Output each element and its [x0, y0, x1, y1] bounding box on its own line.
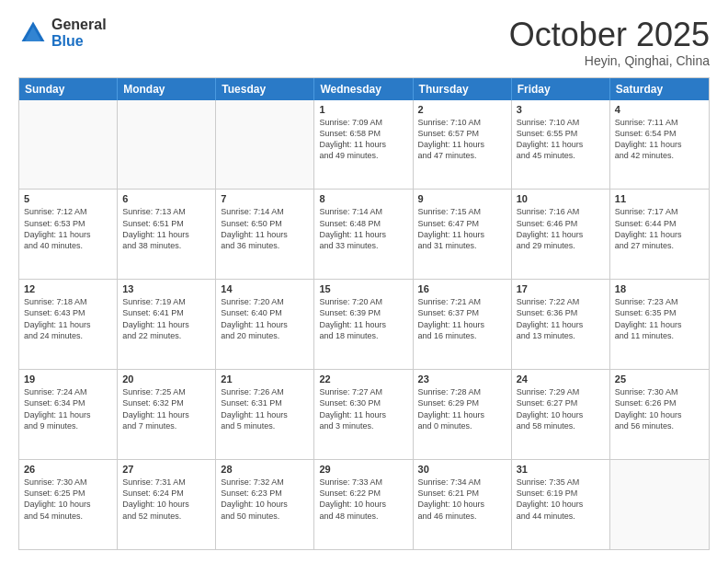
day-number: 13 [122, 283, 210, 294]
day-number: 24 [517, 373, 605, 385]
calendar-row-0: 1Sunrise: 7:09 AM Sunset: 6:58 PM Daylig… [19, 100, 709, 190]
day-number: 9 [418, 193, 506, 204]
day-number: 18 [615, 283, 704, 294]
day-cell-28: 28Sunrise: 7:32 AM Sunset: 6:23 PM Dayli… [216, 460, 314, 549]
day-cell-1: 1Sunrise: 7:09 AM Sunset: 6:58 PM Daylig… [314, 100, 413, 190]
day-info: Sunrise: 7:24 AM Sunset: 6:34 PM Dayligh… [24, 386, 112, 431]
day-number: 22 [319, 373, 407, 385]
logo-general: General [51, 17, 107, 33]
day-info: Sunrise: 7:26 AM Sunset: 6:31 PM Dayligh… [221, 386, 309, 431]
day-cell-14: 14Sunrise: 7:20 AM Sunset: 6:40 PM Dayli… [216, 280, 314, 369]
day-info: Sunrise: 7:28 AM Sunset: 6:29 PM Dayligh… [418, 386, 506, 431]
day-number: 6 [122, 193, 210, 204]
logo: General Blue [18, 17, 107, 49]
day-number: 3 [517, 104, 605, 115]
day-cell-2: 2Sunrise: 7:10 AM Sunset: 6:57 PM Daylig… [414, 100, 512, 190]
day-cell-5: 5Sunrise: 7:12 AM Sunset: 6:53 PM Daylig… [19, 190, 118, 279]
calendar-row-1: 5Sunrise: 7:12 AM Sunset: 6:53 PM Daylig… [19, 189, 709, 279]
day-info: Sunrise: 7:23 AM Sunset: 6:35 PM Dayligh… [615, 296, 704, 341]
day-info: Sunrise: 7:11 AM Sunset: 6:54 PM Dayligh… [615, 117, 704, 162]
subtitle: Heyin, Qinghai, China [509, 53, 710, 68]
day-cell-8: 8Sunrise: 7:14 AM Sunset: 6:48 PM Daylig… [314, 190, 413, 279]
day-number: 4 [615, 104, 704, 115]
day-info: Sunrise: 7:10 AM Sunset: 6:55 PM Dayligh… [517, 117, 605, 162]
header-cell-monday: Monday [118, 78, 216, 100]
day-info: Sunrise: 7:30 AM Sunset: 6:26 PM Dayligh… [615, 386, 704, 431]
day-cell-15: 15Sunrise: 7:20 AM Sunset: 6:39 PM Dayli… [314, 280, 413, 369]
day-info: Sunrise: 7:14 AM Sunset: 6:48 PM Dayligh… [319, 206, 407, 251]
day-number: 7 [221, 193, 309, 204]
header: General Blue October 2025 Heyin, Qinghai… [18, 17, 710, 68]
title-block: October 2025 Heyin, Qinghai, China [509, 17, 710, 68]
day-info: Sunrise: 7:30 AM Sunset: 6:25 PM Dayligh… [24, 477, 112, 522]
day-info: Sunrise: 7:31 AM Sunset: 6:24 PM Dayligh… [122, 477, 210, 522]
day-info: Sunrise: 7:15 AM Sunset: 6:47 PM Dayligh… [418, 206, 506, 251]
day-cell-7: 7Sunrise: 7:14 AM Sunset: 6:50 PM Daylig… [216, 190, 314, 279]
empty-cell-4-6 [610, 460, 709, 549]
day-number: 19 [24, 373, 112, 385]
day-info: Sunrise: 7:14 AM Sunset: 6:50 PM Dayligh… [221, 206, 309, 251]
day-cell-13: 13Sunrise: 7:19 AM Sunset: 6:41 PM Dayli… [118, 280, 216, 369]
day-number: 21 [221, 373, 309, 385]
day-cell-22: 22Sunrise: 7:27 AM Sunset: 6:30 PM Dayli… [314, 370, 413, 459]
day-number: 16 [418, 283, 506, 294]
day-number: 26 [24, 464, 112, 475]
header-cell-wednesday: Wednesday [314, 78, 413, 100]
day-info: Sunrise: 7:32 AM Sunset: 6:23 PM Dayligh… [221, 477, 309, 522]
calendar-body: 1Sunrise: 7:09 AM Sunset: 6:58 PM Daylig… [19, 100, 709, 549]
day-info: Sunrise: 7:18 AM Sunset: 6:43 PM Dayligh… [24, 296, 112, 341]
day-number: 20 [122, 373, 210, 385]
day-number: 5 [24, 193, 112, 204]
day-number: 28 [221, 464, 309, 475]
day-info: Sunrise: 7:33 AM Sunset: 6:22 PM Dayligh… [319, 477, 407, 522]
logo-text: General Blue [51, 17, 107, 49]
logo-blue: Blue [51, 33, 107, 50]
day-info: Sunrise: 7:17 AM Sunset: 6:44 PM Dayligh… [615, 206, 704, 251]
day-cell-11: 11Sunrise: 7:17 AM Sunset: 6:44 PM Dayli… [610, 190, 709, 279]
day-number: 31 [517, 464, 605, 475]
day-number: 10 [517, 193, 605, 204]
calendar-row-2: 12Sunrise: 7:18 AM Sunset: 6:43 PM Dayli… [19, 279, 709, 369]
header-cell-sunday: Sunday [19, 78, 118, 100]
calendar: SundayMondayTuesdayWednesdayThursdayFrid… [18, 77, 710, 550]
day-number: 8 [319, 193, 407, 204]
calendar-row-4: 26Sunrise: 7:30 AM Sunset: 6:25 PM Dayli… [19, 459, 709, 549]
day-info: Sunrise: 7:35 AM Sunset: 6:19 PM Dayligh… [517, 477, 605, 522]
day-cell-18: 18Sunrise: 7:23 AM Sunset: 6:35 PM Dayli… [610, 280, 709, 369]
day-info: Sunrise: 7:10 AM Sunset: 6:57 PM Dayligh… [418, 117, 506, 162]
day-cell-19: 19Sunrise: 7:24 AM Sunset: 6:34 PM Dayli… [19, 370, 118, 459]
day-info: Sunrise: 7:20 AM Sunset: 6:40 PM Dayligh… [221, 296, 309, 341]
day-cell-4: 4Sunrise: 7:11 AM Sunset: 6:54 PM Daylig… [610, 100, 709, 190]
header-cell-thursday: Thursday [414, 78, 512, 100]
day-info: Sunrise: 7:25 AM Sunset: 6:32 PM Dayligh… [122, 386, 210, 431]
day-info: Sunrise: 7:09 AM Sunset: 6:58 PM Dayligh… [319, 117, 407, 162]
day-number: 14 [221, 283, 309, 294]
day-cell-30: 30Sunrise: 7:34 AM Sunset: 6:21 PM Dayli… [414, 460, 512, 549]
logo-icon [18, 18, 48, 48]
page: General Blue October 2025 Heyin, Qinghai… [0, 0, 728, 563]
day-info: Sunrise: 7:19 AM Sunset: 6:41 PM Dayligh… [122, 296, 210, 341]
day-number: 29 [319, 464, 407, 475]
day-number: 30 [418, 464, 506, 475]
calendar-row-3: 19Sunrise: 7:24 AM Sunset: 6:34 PM Dayli… [19, 369, 709, 459]
empty-cell-0-0 [19, 100, 118, 190]
day-number: 11 [615, 193, 704, 204]
day-number: 25 [615, 373, 704, 385]
day-info: Sunrise: 7:21 AM Sunset: 6:37 PM Dayligh… [418, 296, 506, 341]
day-info: Sunrise: 7:22 AM Sunset: 6:36 PM Dayligh… [517, 296, 605, 341]
header-cell-friday: Friday [512, 78, 610, 100]
day-cell-9: 9Sunrise: 7:15 AM Sunset: 6:47 PM Daylig… [414, 190, 512, 279]
day-number: 12 [24, 283, 112, 294]
day-info: Sunrise: 7:29 AM Sunset: 6:27 PM Dayligh… [517, 386, 605, 431]
day-info: Sunrise: 7:16 AM Sunset: 6:46 PM Dayligh… [517, 206, 605, 251]
day-cell-20: 20Sunrise: 7:25 AM Sunset: 6:32 PM Dayli… [118, 370, 216, 459]
day-cell-21: 21Sunrise: 7:26 AM Sunset: 6:31 PM Dayli… [216, 370, 314, 459]
empty-cell-0-1 [118, 100, 216, 190]
day-number: 27 [122, 464, 210, 475]
day-number: 17 [517, 283, 605, 294]
day-info: Sunrise: 7:12 AM Sunset: 6:53 PM Dayligh… [24, 206, 112, 251]
empty-cell-0-2 [216, 100, 314, 190]
day-cell-26: 26Sunrise: 7:30 AM Sunset: 6:25 PM Dayli… [19, 460, 118, 549]
month-title: October 2025 [509, 17, 710, 53]
day-cell-17: 17Sunrise: 7:22 AM Sunset: 6:36 PM Dayli… [512, 280, 610, 369]
